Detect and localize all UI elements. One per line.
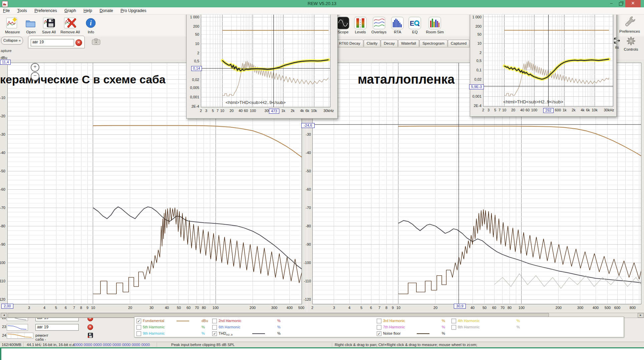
y-tick-label: -100 <box>304 261 311 265</box>
menu-graph[interactable]: Graph <box>64 8 76 13</box>
collapse-button[interactable]: Collapse « <box>1 37 23 45</box>
minimize-button[interactable]: – <box>607 0 616 7</box>
gear-icon <box>626 36 636 46</box>
limits-label: its <box>613 45 621 49</box>
y-tick-label: -60 <box>306 187 311 191</box>
measurement-thumbnail <box>7 324 28 331</box>
measure-button[interactable]: Measure <box>5 17 20 34</box>
x-tick-label: 100 <box>531 108 537 112</box>
mouse-hint-status: Right click & drag to pan; Ctrl+Right cl… <box>335 343 477 347</box>
x-tick-label: 40 <box>239 109 243 113</box>
fundamental-checkbox[interactable]: ✓ <box>136 319 141 323</box>
x-tick-label: 6 <box>370 306 372 310</box>
tab-captured[interactable]: Captured <box>448 40 469 47</box>
x-tick-label: 9 <box>392 306 394 310</box>
menu-preferences[interactable]: Preferences <box>34 8 57 13</box>
x-tick-label: 200 <box>250 306 256 310</box>
y-tick-label: 0,5 <box>476 59 481 63</box>
measurement-name-input[interactable]: авг 19 <box>31 39 74 46</box>
legend-5th-harmonic: 5th Harmonic % <box>136 325 212 331</box>
5th-harmonic-checkbox[interactable] <box>136 325 141 330</box>
menu-help[interactable]: Help <box>83 8 92 13</box>
thd-right-plot[interactable] <box>483 14 613 107</box>
y-tick-label: -30 <box>306 132 311 136</box>
camera-capture-button[interactable] <box>92 38 100 47</box>
limits-arrows-icon <box>614 37 620 44</box>
delete-measurement-button[interactable]: ✕ <box>87 324 93 330</box>
tab-spectrogram[interactable]: Spectrogram <box>419 40 447 47</box>
menu-pro-upgrades[interactable]: Pro Upgrades <box>120 8 146 13</box>
rta-button[interactable]: RTA <box>391 17 404 34</box>
save-all-button[interactable]: Save All <box>42 17 56 34</box>
noise-floor-checkbox[interactable]: ✓ <box>377 331 381 336</box>
measurement-name-input[interactable]: авг 19 <box>35 324 79 331</box>
controls-button[interactable]: Controls <box>621 36 641 51</box>
7th-harmonic-checkbox[interactable] <box>377 325 381 330</box>
room-sim-button[interactable]: Room Sim <box>426 17 444 34</box>
scroll-left-button[interactable]: ◄ <box>1 313 7 318</box>
x-tick-label: 2 <box>482 108 484 112</box>
thd-checkbox[interactable]: ✓ <box>212 331 217 336</box>
tab-rt60-decay[interactable]: RT60 Decay <box>336 40 363 47</box>
y-tick-label: -40 <box>0 151 5 155</box>
wrench-icon <box>624 15 636 28</box>
scroll-right-button[interactable]: ► <box>638 313 644 318</box>
legend-label: Fundamental <box>143 319 164 323</box>
floppy-save-icon <box>87 333 93 338</box>
x-tick-label: 6k <box>305 109 309 113</box>
y-tick-label: -70 <box>0 206 5 210</box>
overlays-button[interactable]: Overlays <box>371 17 386 34</box>
menu-file[interactable]: File <box>3 8 10 13</box>
y-tick-label: 1 000 <box>472 15 481 19</box>
preferences-button[interactable]: Preferences <box>618 15 641 33</box>
open-button[interactable]: Open <box>25 17 37 34</box>
legend-8th-harmonic: 8th Harmonic % <box>451 325 527 331</box>
delete-measurement-button[interactable]: ✕ <box>75 39 82 46</box>
restore-button[interactable] <box>616 0 625 7</box>
y-tick-label: 0,001 <box>190 95 199 99</box>
save-all-icon <box>43 17 55 29</box>
x-tick-label: 10 <box>220 109 224 113</box>
9th-harmonic-checkbox[interactable] <box>136 331 141 336</box>
zoom-out-button[interactable]: − <box>31 72 39 81</box>
legend-line-sample <box>252 333 265 334</box>
4th-harmonic-checkbox[interactable] <box>451 319 456 323</box>
levels-button[interactable]: 0369 Levels <box>354 17 367 34</box>
limits-button[interactable]: its <box>613 37 621 49</box>
y-tick-label: 10 <box>477 41 481 45</box>
3rd-harmonic-checkbox[interactable] <box>377 319 381 323</box>
menu-donate[interactable]: Donate <box>100 8 113 13</box>
eq-button[interactable]: E EQ <box>408 17 421 34</box>
info-button[interactable]: i Info <box>84 17 97 34</box>
measure-icon <box>6 17 19 29</box>
x-tick-label: 40 <box>520 108 524 112</box>
thd-left-plot[interactable] <box>201 14 330 107</box>
scope-button[interactable]: Scope <box>337 17 349 34</box>
6th-harmonic-checkbox[interactable] <box>212 325 217 330</box>
y-tick-label: -80 <box>306 224 311 228</box>
close-button[interactable]: ✕ <box>625 0 641 7</box>
y-tick-label: 200 <box>475 24 481 28</box>
thd-right-inset-label: <html>THD<sub>H2..9</sub> <box>503 99 563 104</box>
x-tick-label: 4 <box>348 306 350 310</box>
remove-all-button[interactable]: Remove All <box>60 17 80 34</box>
y-tick-label: 2 <box>197 51 199 55</box>
legend-line-sample <box>177 321 189 321</box>
x-tick-label: 60 <box>492 306 496 310</box>
8th-harmonic-checkbox[interactable] <box>451 325 456 330</box>
x-tick-label: 6 <box>65 306 67 310</box>
2nd-harmonic-checkbox[interactable] <box>212 319 217 323</box>
room-sim-icon <box>428 17 441 29</box>
x-tick-label: 600 <box>614 306 620 310</box>
tab-waterfall[interactable]: Waterfall <box>398 40 419 47</box>
save-measurement-button[interactable] <box>87 333 93 339</box>
x-tick-label: 7 <box>217 109 219 113</box>
menu-tools[interactable]: Tools <box>17 8 27 13</box>
legend-6th-harmonic: 6th Harmonic % <box>212 325 288 331</box>
x-tick-label: 10k <box>592 108 598 112</box>
zoom-in-button[interactable]: + <box>31 63 39 72</box>
tab-decay[interactable]: Decay <box>381 40 398 47</box>
spl-left-annotation: керамические С в схеме саба <box>0 73 166 86</box>
y-tick-label: -90 <box>306 242 311 246</box>
tab-clarity[interactable]: Clarity <box>364 40 381 47</box>
